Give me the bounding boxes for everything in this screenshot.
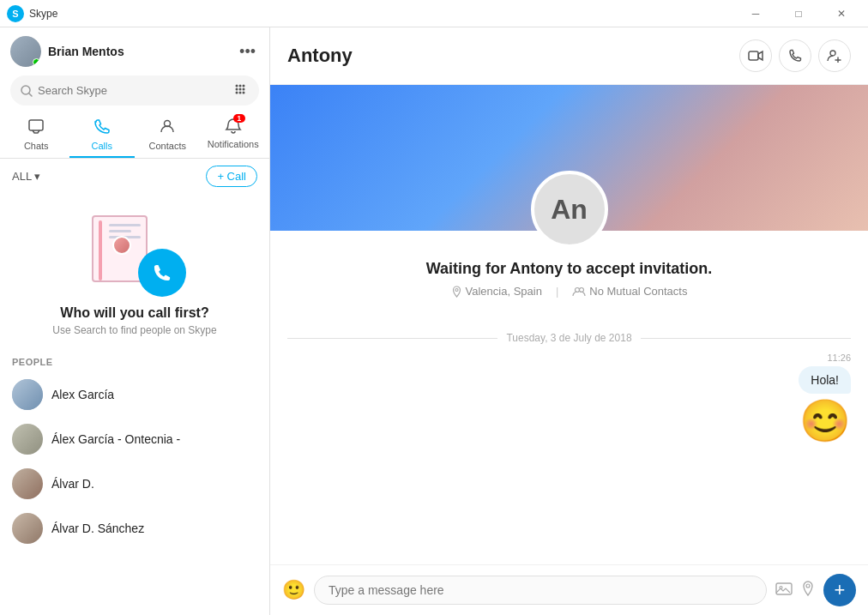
- svg-point-2: [236, 85, 238, 87]
- calls-icon: [93, 118, 111, 139]
- search-bar: [10, 75, 259, 106]
- filter-label: ALL: [12, 170, 32, 183]
- add-contact-button[interactable]: [818, 39, 851, 72]
- filter-row: ALL ▾ + Call: [0, 159, 269, 194]
- emoji-message: 😊: [799, 397, 851, 445]
- svg-point-15: [455, 288, 458, 291]
- video-call-button[interactable]: [739, 39, 772, 72]
- message-input[interactable]: [314, 576, 767, 605]
- tab-contacts[interactable]: Contacts: [135, 111, 201, 158]
- chat-actions: [739, 39, 851, 72]
- avatar: [12, 513, 43, 544]
- message-group: 11:26 Hola! 😊: [287, 353, 851, 445]
- main-layout: Brian Mentos •••: [0, 27, 868, 615]
- svg-point-14: [830, 51, 835, 56]
- phone-graphic: [138, 249, 186, 297]
- person-name: Alex García: [51, 388, 114, 401]
- avatar: [12, 468, 43, 499]
- profile-meta: Valencia, Spain | No Mutual Contacts: [287, 285, 851, 298]
- user-avatar[interactable]: [10, 36, 41, 67]
- emoji-picker-button[interactable]: 🙂: [282, 579, 305, 601]
- svg-point-7: [243, 88, 245, 91]
- location-button[interactable]: [801, 581, 815, 600]
- app-title: Skype: [29, 8, 736, 20]
- date-text: Tuesday, 3 de July de 2018: [506, 332, 631, 344]
- divider-line-left: [287, 338, 497, 339]
- tab-calls[interactable]: Calls: [69, 111, 136, 158]
- divider-line-right: [641, 338, 851, 339]
- search-icon: [21, 85, 33, 97]
- titlebar: S Skype ─ □ ✕: [0, 0, 868, 27]
- chats-icon: [27, 118, 45, 139]
- chat-panel: Antony An Waiting for Antony to accept: [270, 27, 868, 615]
- location-text: Valencia, Spain: [466, 285, 542, 298]
- media-button[interactable]: [775, 581, 793, 600]
- svg-point-10: [243, 92, 245, 94]
- online-indicator: [33, 58, 40, 66]
- list-item[interactable]: Álex García - Ontecnia -: [0, 417, 269, 461]
- app-logo: S: [7, 5, 24, 22]
- user-name: Brian Mentos: [48, 45, 229, 58]
- chat-input-bar: 🙂 +: [270, 564, 868, 615]
- close-button[interactable]: ✕: [822, 0, 861, 27]
- nav-tabs: Chats Calls Contacts 1 Notifications: [0, 111, 269, 159]
- maximize-button[interactable]: □: [779, 0, 818, 27]
- contact-initials: An: [551, 194, 588, 226]
- avatar: [12, 424, 43, 455]
- calls-heading: Who will you call first?: [60, 305, 208, 321]
- list-item[interactable]: Álvar D. Sánchez: [0, 506, 269, 551]
- notifications-icon-wrap: 1: [225, 118, 242, 137]
- sidebar-header: Brian Mentos •••: [0, 27, 269, 72]
- sidebar: Brian Mentos •••: [0, 27, 270, 615]
- svg-point-9: [239, 92, 242, 94]
- search-input[interactable]: [38, 84, 226, 97]
- svg-rect-13: [749, 51, 758, 60]
- people-section: PEOPLE: [0, 345, 269, 372]
- waiting-text: Waiting for Antony to accept invitation.: [426, 260, 713, 277]
- new-call-button[interactable]: + Call: [206, 166, 257, 187]
- person-name: Álvar D. Sánchez: [51, 522, 144, 535]
- svg-point-4: [243, 85, 245, 87]
- tab-notifications[interactable]: 1 Notifications: [201, 111, 267, 158]
- message-time: 11:26: [827, 353, 851, 363]
- contact-name: Antony: [287, 45, 353, 67]
- notifications-label: Notifications: [208, 139, 259, 149]
- chevron-down-icon: ▾: [34, 170, 40, 183]
- add-action-button[interactable]: +: [823, 574, 856, 606]
- calls-label: Calls: [92, 141, 112, 151]
- svg-point-5: [236, 88, 238, 91]
- svg-point-6: [239, 88, 242, 91]
- svg-line-1: [29, 93, 32, 96]
- window-controls: ─ □ ✕: [736, 0, 861, 27]
- voice-call-button[interactable]: [779, 39, 811, 72]
- tab-chats[interactable]: Chats: [3, 111, 69, 158]
- avatar: [12, 379, 43, 410]
- chat-header: Antony: [270, 27, 868, 85]
- message-bubble: Hola!: [799, 366, 851, 394]
- people-list: Alex García Álex García - Ontecnia - Álv…: [0, 372, 269, 615]
- list-item[interactable]: Álvar D.: [0, 461, 269, 506]
- minimize-button[interactable]: ─: [736, 0, 775, 27]
- people-label: PEOPLE: [12, 357, 53, 367]
- plus-icon: +: [835, 579, 846, 601]
- calls-graphic: [83, 211, 186, 297]
- all-filter-button[interactable]: ALL ▾: [12, 170, 40, 183]
- contacts-label: Contacts: [149, 141, 186, 151]
- calls-illustration: Who will you call first? Use Search to f…: [0, 194, 269, 345]
- calls-subtext: Use Search to find people on Skype: [52, 324, 216, 336]
- separator: |: [556, 285, 558, 298]
- logo-letter: S: [12, 9, 18, 19]
- chat-messages: Tuesday, 3 de July de 2018 11:26 Hola! 😊: [270, 306, 868, 564]
- notification-badge: 1: [233, 114, 245, 123]
- dialpad-button[interactable]: [232, 81, 249, 100]
- message-text: Hola!: [811, 373, 839, 387]
- chats-label: Chats: [24, 141, 49, 151]
- mutual-contacts-item: No Mutual Contacts: [572, 285, 687, 298]
- svg-point-8: [236, 92, 238, 94]
- more-options-button[interactable]: •••: [236, 39, 259, 64]
- contact-avatar: An: [531, 171, 608, 248]
- location-item: Valencia, Spain: [451, 285, 542, 298]
- svg-rect-11: [29, 120, 43, 130]
- person-name: Álvar D.: [51, 477, 94, 491]
- list-item[interactable]: Alex García: [0, 372, 269, 417]
